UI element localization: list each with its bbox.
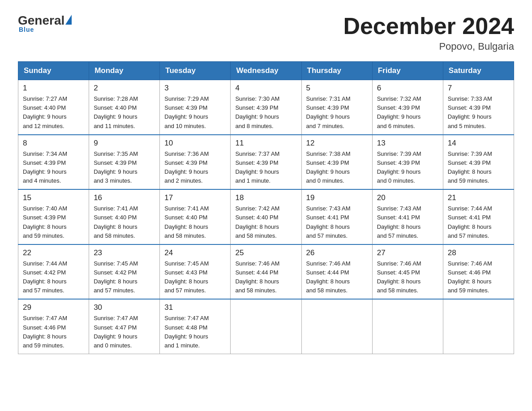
calendar-cell: 5 Sunrise: 7:31 AMSunset: 4:39 PMDayligh… (301, 80, 372, 135)
day-number: 22 (23, 248, 84, 257)
calendar-cell: 16 Sunrise: 7:41 AMSunset: 4:40 PMDaylig… (89, 189, 160, 244)
day-number: 18 (235, 193, 296, 202)
day-number: 26 (306, 248, 368, 257)
day-number: 2 (94, 84, 155, 93)
day-info: Sunrise: 7:46 AMSunset: 4:44 PMDaylight:… (235, 259, 296, 295)
calendar-cell: 2 Sunrise: 7:28 AMSunset: 4:40 PMDayligh… (89, 80, 160, 135)
calendar-cell: 17 Sunrise: 7:41 AMSunset: 4:40 PMDaylig… (160, 189, 231, 244)
day-info: Sunrise: 7:37 AMSunset: 4:39 PMDaylight:… (235, 150, 296, 186)
calendar-cell: 28 Sunrise: 7:46 AMSunset: 4:46 PMDaylig… (443, 244, 514, 300)
calendar-cell: 3 Sunrise: 7:29 AMSunset: 4:39 PMDayligh… (160, 80, 231, 135)
day-number: 4 (235, 84, 296, 93)
calendar-cell (443, 299, 514, 354)
calendar-cell: 1 Sunrise: 7:27 AMSunset: 4:40 PMDayligh… (18, 80, 89, 135)
calendar-cell: 25 Sunrise: 7:46 AMSunset: 4:44 PMDaylig… (231, 244, 301, 300)
day-number: 10 (164, 139, 226, 148)
calendar-cell: 26 Sunrise: 7:46 AMSunset: 4:44 PMDaylig… (301, 244, 372, 300)
col-header-thursday: Thursday (301, 62, 372, 80)
calendar-cell: 31 Sunrise: 7:47 AMSunset: 4:48 PMDaylig… (160, 299, 231, 354)
day-number: 29 (23, 303, 84, 312)
day-info: Sunrise: 7:35 AMSunset: 4:39 PMDaylight:… (94, 150, 155, 186)
logo-blue: Blue (18, 26, 34, 33)
location: Popovo, Bulgaria (343, 41, 514, 52)
day-info: Sunrise: 7:30 AMSunset: 4:39 PMDaylight:… (235, 94, 296, 131)
day-number: 21 (448, 193, 509, 202)
day-number: 19 (306, 193, 368, 202)
calendar-cell: 22 Sunrise: 7:44 AMSunset: 4:42 PMDaylig… (18, 244, 89, 300)
calendar-cell: 6 Sunrise: 7:32 AMSunset: 4:39 PMDayligh… (372, 80, 443, 135)
day-number: 8 (23, 139, 84, 148)
day-info: Sunrise: 7:46 AMSunset: 4:44 PMDaylight:… (306, 259, 368, 295)
calendar-cell: 9 Sunrise: 7:35 AMSunset: 4:39 PMDayligh… (89, 135, 160, 190)
calendar-cell: 12 Sunrise: 7:38 AMSunset: 4:39 PMDaylig… (301, 135, 372, 190)
page-header: General Blue December 2024 Popovo, Bulga… (18, 13, 514, 52)
col-header-tuesday: Tuesday (160, 62, 231, 80)
day-info: Sunrise: 7:46 AMSunset: 4:45 PMDaylight:… (377, 259, 438, 295)
calendar-week-row: 15 Sunrise: 7:40 AMSunset: 4:39 PMDaylig… (18, 189, 514, 244)
day-info: Sunrise: 7:40 AMSunset: 4:39 PMDaylight:… (23, 204, 84, 240)
calendar-cell: 19 Sunrise: 7:43 AMSunset: 4:41 PMDaylig… (301, 189, 372, 244)
day-info: Sunrise: 7:47 AMSunset: 4:47 PMDaylight:… (94, 314, 155, 350)
day-number: 28 (448, 248, 509, 257)
day-info: Sunrise: 7:31 AMSunset: 4:39 PMDaylight:… (306, 94, 368, 131)
day-info: Sunrise: 7:43 AMSunset: 4:41 PMDaylight:… (306, 204, 368, 240)
calendar-table: SundayMondayTuesdayWednesdayThursdayFrid… (18, 61, 514, 354)
day-info: Sunrise: 7:33 AMSunset: 4:39 PMDaylight:… (448, 94, 509, 131)
day-number: 31 (164, 303, 226, 312)
calendar-cell: 30 Sunrise: 7:47 AMSunset: 4:47 PMDaylig… (89, 299, 160, 354)
title-block: December 2024 Popovo, Bulgaria (343, 13, 514, 52)
calendar-cell: 29 Sunrise: 7:47 AMSunset: 4:46 PMDaylig… (18, 299, 89, 354)
day-number: 11 (235, 139, 296, 148)
day-number: 5 (306, 84, 368, 93)
day-number: 17 (164, 193, 226, 202)
calendar-cell: 27 Sunrise: 7:46 AMSunset: 4:45 PMDaylig… (372, 244, 443, 300)
day-number: 20 (377, 193, 438, 202)
day-info: Sunrise: 7:41 AMSunset: 4:40 PMDaylight:… (94, 204, 155, 240)
calendar-cell: 11 Sunrise: 7:37 AMSunset: 4:39 PMDaylig… (231, 135, 301, 190)
calendar-cell: 8 Sunrise: 7:34 AMSunset: 4:39 PMDayligh… (18, 135, 89, 190)
day-number: 14 (448, 139, 509, 148)
day-info: Sunrise: 7:46 AMSunset: 4:46 PMDaylight:… (448, 259, 509, 295)
calendar-cell: 18 Sunrise: 7:42 AMSunset: 4:40 PMDaylig… (231, 189, 301, 244)
day-number: 1 (23, 84, 84, 93)
calendar-cell (372, 299, 443, 354)
day-number: 7 (448, 84, 509, 93)
day-info: Sunrise: 7:43 AMSunset: 4:41 PMDaylight:… (377, 204, 438, 240)
calendar-cell: 24 Sunrise: 7:45 AMSunset: 4:43 PMDaylig… (160, 244, 231, 300)
col-header-monday: Monday (89, 62, 160, 80)
day-info: Sunrise: 7:44 AMSunset: 4:41 PMDaylight:… (448, 204, 509, 240)
day-number: 16 (94, 193, 155, 202)
day-number: 6 (377, 84, 438, 93)
col-header-saturday: Saturday (443, 62, 514, 80)
day-info: Sunrise: 7:39 AMSunset: 4:39 PMDaylight:… (448, 150, 509, 186)
calendar-cell: 10 Sunrise: 7:36 AMSunset: 4:39 PMDaylig… (160, 135, 231, 190)
calendar-cell: 21 Sunrise: 7:44 AMSunset: 4:41 PMDaylig… (443, 189, 514, 244)
day-number: 13 (377, 139, 438, 148)
day-info: Sunrise: 7:27 AMSunset: 4:40 PMDaylight:… (23, 94, 84, 131)
day-number: 24 (164, 248, 226, 257)
day-info: Sunrise: 7:36 AMSunset: 4:39 PMDaylight:… (164, 150, 226, 186)
day-info: Sunrise: 7:39 AMSunset: 4:39 PMDaylight:… (377, 150, 438, 186)
day-info: Sunrise: 7:47 AMSunset: 4:46 PMDaylight:… (23, 314, 84, 350)
calendar-cell: 4 Sunrise: 7:30 AMSunset: 4:39 PMDayligh… (231, 80, 301, 135)
col-header-sunday: Sunday (18, 62, 89, 80)
day-number: 9 (94, 139, 155, 148)
calendar-header-row: SundayMondayTuesdayWednesdayThursdayFrid… (18, 62, 514, 80)
day-info: Sunrise: 7:29 AMSunset: 4:39 PMDaylight:… (164, 94, 226, 131)
calendar-week-row: 29 Sunrise: 7:47 AMSunset: 4:46 PMDaylig… (18, 299, 514, 354)
day-info: Sunrise: 7:47 AMSunset: 4:48 PMDaylight:… (164, 314, 226, 350)
day-info: Sunrise: 7:28 AMSunset: 4:40 PMDaylight:… (94, 94, 155, 131)
day-info: Sunrise: 7:44 AMSunset: 4:42 PMDaylight:… (23, 259, 84, 295)
day-number: 15 (23, 193, 84, 202)
logo: General Blue (18, 13, 72, 33)
calendar-cell: 7 Sunrise: 7:33 AMSunset: 4:39 PMDayligh… (443, 80, 514, 135)
day-number: 3 (164, 84, 226, 93)
day-number: 25 (235, 248, 296, 257)
day-info: Sunrise: 7:45 AMSunset: 4:43 PMDaylight:… (164, 259, 226, 295)
day-info: Sunrise: 7:34 AMSunset: 4:39 PMDaylight:… (23, 150, 84, 186)
calendar-cell: 20 Sunrise: 7:43 AMSunset: 4:41 PMDaylig… (372, 189, 443, 244)
day-info: Sunrise: 7:41 AMSunset: 4:40 PMDaylight:… (164, 204, 226, 240)
calendar-cell: 14 Sunrise: 7:39 AMSunset: 4:39 PMDaylig… (443, 135, 514, 190)
calendar-week-row: 22 Sunrise: 7:44 AMSunset: 4:42 PMDaylig… (18, 244, 514, 300)
calendar-cell: 13 Sunrise: 7:39 AMSunset: 4:39 PMDaylig… (372, 135, 443, 190)
